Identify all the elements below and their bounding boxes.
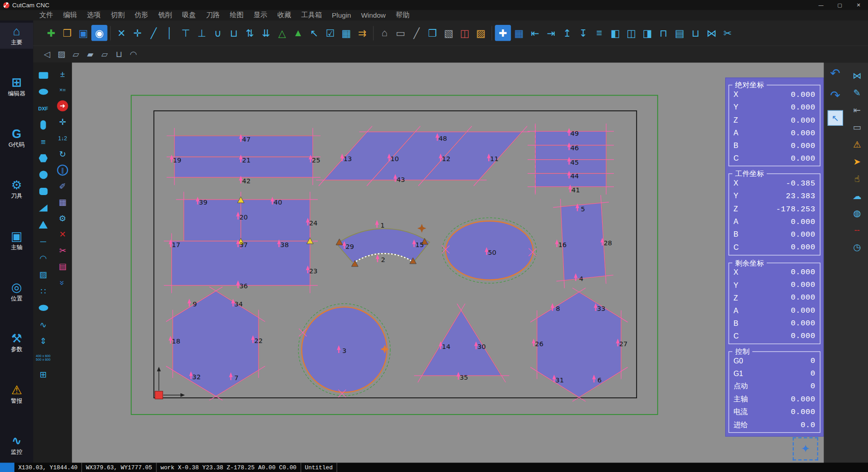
- draw-segment-icon[interactable]: ╱: [409, 25, 425, 41]
- split-object-icon[interactable]: ◫: [457, 25, 473, 41]
- import-dxf[interactable]: DXF: [33, 100, 53, 117]
- sequence-arrows-icon[interactable]: ⇉: [354, 25, 371, 41]
- menu-item-11[interactable]: 工具箱: [296, 10, 327, 20]
- qr-grid-icon[interactable]: ▦: [338, 25, 354, 41]
- align-right-icon[interactable]: ◨: [639, 25, 656, 41]
- menu-item-0[interactable]: 文件: [34, 10, 58, 20]
- sheet-size[interactable]: 400 x 600500 x 600: [33, 350, 53, 366]
- nav-item-parameters[interactable]: ⚒参数: [0, 330, 33, 356]
- pause[interactable]: ∥: [53, 162, 72, 178]
- cut-pink[interactable]: ✂: [53, 243, 72, 258]
- layers-stack-icon[interactable]: ≡: [591, 25, 608, 41]
- plane-flat-icon[interactable]: ▱: [69, 48, 83, 61]
- zoom-multiply-equal[interactable]: ×=: [53, 82, 72, 97]
- close-button[interactable]: ✕: [849, 0, 868, 10]
- red-dash-button[interactable]: ╌: [849, 225, 865, 235]
- menu-item-4[interactable]: 仿形: [130, 10, 154, 20]
- select-pointer-icon[interactable]: ↖: [306, 25, 322, 41]
- cad-canvas[interactable]: 1234567891011121314151617181920212223242…: [72, 62, 824, 462]
- snap-bottom-icon[interactable]: ⊥: [194, 25, 210, 41]
- draw-hexagon[interactable]: [33, 150, 53, 167]
- open-file-icon[interactable]: ❐: [59, 25, 75, 41]
- menu-item-2[interactable]: 选项: [82, 10, 106, 20]
- new-file-icon[interactable]: ✚: [43, 25, 60, 41]
- menu-item-1[interactable]: 编辑: [58, 10, 82, 20]
- hexagon-left[interactable]: [173, 291, 259, 396]
- list-form[interactable]: ▤: [53, 259, 72, 274]
- engrave-pen-button[interactable]: ✎: [849, 87, 865, 98]
- origin-marker[interactable]: [155, 391, 163, 399]
- brush-clean[interactable]: ✐: [53, 178, 72, 194]
- canvas-float-button[interactable]: ✦: [793, 437, 818, 460]
- flip-vertical-icon[interactable]: ⇅: [242, 25, 258, 41]
- menu-item-9[interactable]: 显示: [249, 10, 273, 20]
- draw-slope[interactable]: [33, 200, 53, 216]
- draw-dim-ruler[interactable]: ⇕: [33, 333, 53, 349]
- nav-item-home[interactable]: ⌂主要: [0, 23, 33, 49]
- plane-step-icon[interactable]: ▰: [83, 48, 98, 61]
- nav-item-alarm[interactable]: ⚠警报: [0, 381, 33, 407]
- hexagon-right[interactable]: [537, 292, 621, 397]
- draw-triangle[interactable]: [33, 217, 53, 233]
- nav-item-gcode[interactable]: GG代码: [0, 125, 33, 151]
- undo-button[interactable]: ↶: [827, 66, 843, 81]
- menu-item-8[interactable]: 绘图: [225, 10, 249, 20]
- draw-spiral[interactable]: ∿: [33, 316, 53, 333]
- hand-point-button[interactable]: ☝: [849, 173, 865, 184]
- taper-left-icon[interactable]: ◁: [40, 48, 54, 61]
- nav-item-position[interactable]: ◎位置: [0, 279, 33, 305]
- copy-object-icon[interactable]: ❐: [425, 25, 441, 41]
- triangle-shape[interactable]: [422, 310, 501, 376]
- draw-ellipse[interactable]: [33, 84, 53, 100]
- pointer-mode-button[interactable]: ↖: [827, 110, 843, 126]
- rectangle-tool-icon[interactable]: ▭: [392, 25, 409, 41]
- distribute-top-icon[interactable]: ↥: [559, 25, 576, 41]
- numeric-pad[interactable]: ▦: [53, 195, 72, 210]
- nav-item-monitor[interactable]: ∿监控: [0, 432, 33, 458]
- menu-item-7[interactable]: 刀路: [201, 10, 225, 20]
- align-center-icon[interactable]: ◫: [623, 25, 640, 41]
- taper-hatch-icon[interactable]: ▨: [54, 48, 69, 61]
- warning-button[interactable]: ⚠: [849, 139, 865, 149]
- draw-circle[interactable]: [33, 167, 53, 183]
- cut-scissors-icon[interactable]: ✂: [720, 25, 736, 41]
- hatch-fill-icon[interactable]: ▨: [473, 25, 489, 41]
- redo-button[interactable]: ↷: [827, 88, 843, 104]
- delete-all[interactable]: ✕: [53, 227, 72, 242]
- validate-check-icon[interactable]: ☑: [322, 25, 339, 41]
- quad-right[interactable]: [561, 203, 605, 280]
- cylinder-icon[interactable]: ⊔: [112, 48, 126, 61]
- menu-item-13[interactable]: Window: [356, 11, 391, 19]
- menu-item-14[interactable]: 帮助: [391, 10, 415, 20]
- draw-arc[interactable]: ◠: [33, 250, 53, 266]
- distribute-left-icon[interactable]: ⇤: [527, 25, 543, 41]
- triangle-solid-icon[interactable]: ▲: [290, 25, 307, 41]
- distribute-bottom-icon[interactable]: ↧: [575, 25, 591, 41]
- collapse-chevrons[interactable]: »: [53, 275, 72, 290]
- array-grid-icon[interactable]: ▦: [511, 25, 527, 41]
- align-bottom-icon[interactable]: ⊔: [688, 25, 704, 41]
- draw-hatch-rect[interactable]: ▨: [33, 267, 53, 283]
- draw-rounded-rect[interactable]: [33, 183, 53, 200]
- zoom-plus-minus[interactable]: ±: [53, 66, 72, 81]
- save-file-icon[interactable]: ▣: [75, 25, 92, 41]
- play-next-button[interactable]: ➤: [849, 156, 865, 167]
- arc-rotate-icon[interactable]: ⊔: [226, 25, 242, 41]
- line-vertical-icon[interactable]: │: [162, 25, 178, 41]
- caliper-button[interactable]: ⋈: [849, 71, 865, 81]
- dock-left-button[interactable]: ⇤: [849, 105, 865, 115]
- draw-grid-plus[interactable]: ⊞: [33, 366, 53, 382]
- plane-tilt-icon[interactable]: ▱: [98, 48, 112, 61]
- small-ruler-button[interactable]: ▭: [849, 122, 865, 132]
- pan-hand-icon[interactable]: ✛: [130, 25, 146, 41]
- minimize-button[interactable]: —: [811, 0, 830, 10]
- nav-item-spindle[interactable]: ▣主轴: [0, 228, 33, 254]
- refresh[interactable]: ↻: [53, 146, 72, 162]
- snap-top-icon[interactable]: ⊤: [178, 25, 194, 41]
- menu-item-3[interactable]: 切割: [106, 10, 130, 20]
- triangle-outline-icon[interactable]: △: [274, 25, 290, 41]
- order-1-2[interactable]: 1↓2: [53, 130, 72, 146]
- merge-objects-icon[interactable]: ⋈: [703, 25, 720, 41]
- draw-rect[interactable]: [33, 67, 53, 83]
- sphere-button[interactable]: ◍: [849, 208, 865, 218]
